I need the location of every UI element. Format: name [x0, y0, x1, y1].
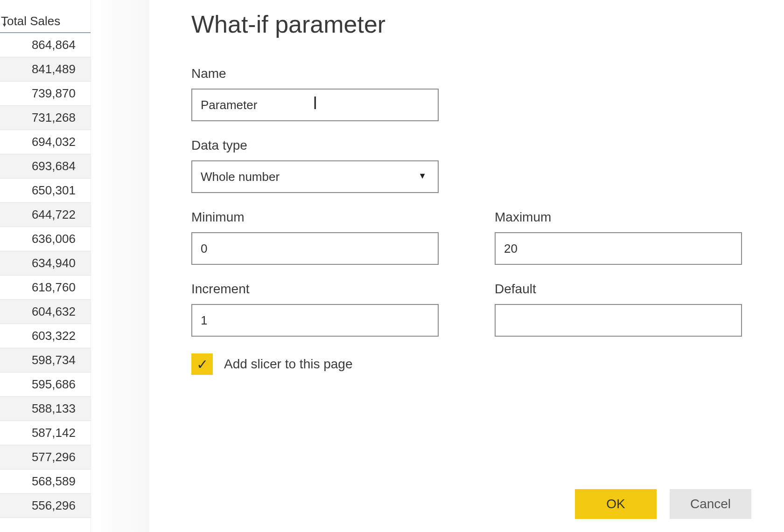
sort-descending-icon[interactable]: ▾: [3, 21, 6, 28]
table-row[interactable]: 864,864: [0, 33, 91, 57]
table-row[interactable]: 634,940: [0, 251, 91, 276]
table-row[interactable]: 598,734: [0, 348, 91, 373]
table-row[interactable]: 731,268: [0, 106, 91, 130]
add-slicer-checkbox[interactable]: ✓: [191, 353, 213, 375]
maximum-label: Maximum: [495, 210, 742, 225]
minimum-input[interactable]: [191, 232, 439, 265]
table-row[interactable]: 577,296: [0, 445, 91, 470]
table-row[interactable]: 556,296: [0, 494, 91, 518]
maximum-input[interactable]: [495, 232, 742, 265]
total-sales-column: Total Sales ▾ 864,864841,489739,870731,2…: [0, 0, 91, 532]
table-row[interactable]: 604,632: [0, 300, 91, 324]
gutter: [91, 0, 149, 532]
column-header-text: Total Sales: [1, 14, 60, 28]
check-icon: ✓: [196, 356, 208, 373]
add-slicer-label: Add slicer to this page: [224, 357, 353, 372]
table-row[interactable]: 650,301: [0, 179, 91, 203]
whatif-parameter-dialog: What-if parameter Name I Data type ▼ Min…: [149, 0, 784, 532]
table-row[interactable]: 841,489: [0, 57, 91, 82]
table-row[interactable]: 693,684: [0, 154, 91, 179]
ok-button[interactable]: OK: [575, 489, 657, 519]
table-row[interactable]: 694,032: [0, 130, 91, 154]
table-row[interactable]: 644,722: [0, 203, 91, 227]
dialog-title: What-if parameter: [191, 10, 742, 38]
table-row[interactable]: 739,870: [0, 82, 91, 106]
table-row[interactable]: 587,142: [0, 421, 91, 445]
default-label: Default: [495, 282, 742, 297]
table-row[interactable]: 618,760: [0, 276, 91, 300]
minimum-label: Minimum: [191, 210, 439, 225]
data-type-select[interactable]: [191, 160, 439, 193]
name-input[interactable]: [191, 89, 439, 121]
table-row[interactable]: 588,133: [0, 397, 91, 421]
data-type-label: Data type: [191, 138, 742, 153]
table-row[interactable]: 636,006: [0, 227, 91, 251]
table-row[interactable]: 568,589: [0, 470, 91, 494]
column-header[interactable]: Total Sales ▾: [0, 13, 91, 33]
cancel-button[interactable]: Cancel: [670, 489, 751, 519]
increment-input[interactable]: [191, 304, 439, 337]
table-row[interactable]: 603,322: [0, 324, 91, 348]
name-label: Name: [191, 66, 742, 81]
increment-label: Increment: [191, 282, 439, 297]
table-row[interactable]: 595,686: [0, 373, 91, 397]
default-input[interactable]: [495, 304, 742, 337]
